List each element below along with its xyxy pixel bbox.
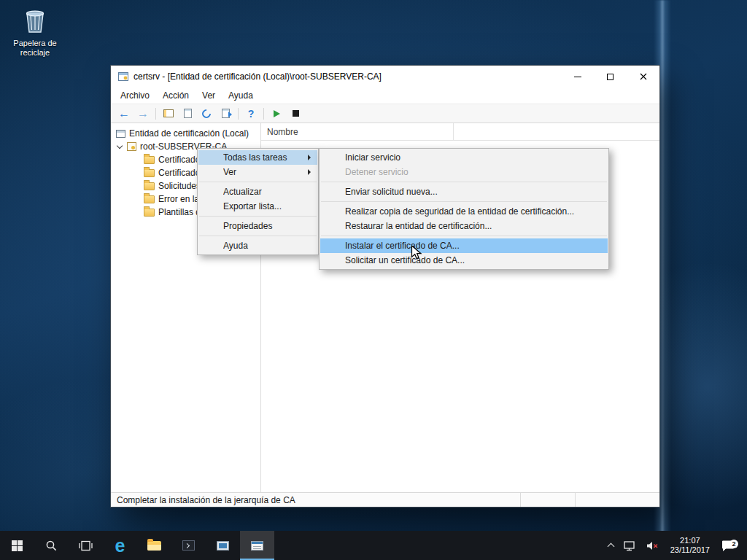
menu-item-exportar-lista[interactable]: Exportar lista... [198,199,317,214]
tree-child-label: Solicitudes [158,181,201,191]
submenu-arrow-icon [308,169,311,175]
menu-archivo[interactable]: Archivo [114,88,156,103]
start-service-icon[interactable] [268,106,285,122]
help-icon[interactable] [242,106,260,122]
toolbar [111,104,659,123]
stop-service-icon[interactable] [287,106,304,122]
windows-logo-icon [12,540,23,551]
menu-item-label: Actualizar [223,187,311,197]
file-explorer-button[interactable] [137,531,171,560]
menu-item-label: Ver [223,167,311,177]
close-button[interactable] [627,66,659,88]
hidden-icons-button[interactable] [603,531,619,560]
back-icon[interactable] [115,106,133,122]
submenu-item-enviar-solicitud[interactable]: Enviar solicitud nueva... [320,184,608,199]
status-cell [575,493,659,507]
menu-item-label: Solicitar un certificado de CA... [345,255,602,265]
context-menu: Todas las tareas Ver Actualizar Exportar… [197,148,319,255]
title-bar[interactable]: certsrv - [Entidad de certificación (Loc… [111,66,659,88]
folder-icon [144,182,155,190]
volume-button[interactable] [641,531,664,560]
server-manager-button[interactable] [206,531,240,560]
chevron-up-icon [607,543,614,551]
taskbar-clock[interactable]: 21:07 23/11/2017 [664,531,716,560]
certsrv-app-icon [118,72,128,81]
maximize-button[interactable] [594,66,627,88]
task-view-icon [79,540,93,551]
network-button[interactable] [619,531,641,560]
recycle-bin-label: Papelera de reciclaje [9,39,61,58]
tree-child-label: Certificado [158,168,200,178]
menu-item-label: Instalar el certificado de CA... [345,241,602,251]
folder-icon [144,195,155,203]
edge-icon [115,537,125,555]
submenu-item-restaurar[interactable]: Restaurar la entidad de certificación... [320,219,608,233]
menu-item-label: Propiedades [223,221,311,231]
system-tray: 21:07 23/11/2017 2 [603,531,747,560]
menu-ver[interactable]: Ver [196,88,222,103]
tree-item-root[interactable]: Entidad de certificación (Local) [111,127,260,140]
clock-time: 21:07 [670,536,710,545]
mouse-cursor [411,245,424,264]
window-title: certsrv - [Entidad de certificación (Loc… [133,71,382,82]
action-center-button[interactable]: 2 [716,531,741,560]
menu-item-ver[interactable]: Ver [198,165,317,179]
submenu-item-instalar-certificado[interactable]: Instalar el certificado de CA... [320,238,608,253]
menu-item-label: Realizar copia de seguridad de la entida… [345,206,602,217]
caption-buttons [561,66,659,88]
menu-ayuda[interactable]: Ayuda [222,88,260,103]
toolbar-separator [155,108,156,120]
menu-item-label: Enviar solicitud nueva... [345,187,602,197]
edge-button[interactable] [103,531,137,560]
taskbar: 21:07 23/11/2017 2 [0,531,747,560]
context-submenu: Iniciar servicio Detener servicio Enviar… [319,148,609,270]
tree-child-label: Certificado [158,155,200,165]
recycle-bin[interactable]: Papelera de reciclaje [9,7,61,58]
menu-separator [199,216,317,217]
folder-icon [144,156,155,164]
submenu-item-solicitar-certificado[interactable]: Solicitar un certificado de CA... [320,253,608,268]
document-icon[interactable] [179,106,196,122]
server-manager-icon [217,541,229,551]
minimize-icon [574,77,581,77]
menu-separator [199,236,317,236]
list-column-header-row: Nombre [261,123,659,141]
refresh-icon[interactable] [198,106,215,122]
status-text: Completar la instalación de la jerarquía… [117,495,520,505]
column-header-nombre[interactable]: Nombre [261,123,454,140]
clock-date: 23/11/2017 [670,545,710,555]
certsrv-taskbar-button[interactable] [240,531,274,560]
maximize-icon [607,74,614,80]
menu-separator [321,236,607,236]
show-console-tree-icon[interactable] [160,106,177,122]
notification-badge: 2 [729,540,738,548]
task-view-button[interactable] [69,531,103,560]
menu-item-propiedades[interactable]: Propiedades [198,219,317,233]
recycle-bin-icon [9,7,61,36]
submenu-item-realizar-copia[interactable]: Realizar copia de seguridad de la entida… [320,204,608,219]
tree-root-label: Entidad de certificación (Local) [129,128,249,139]
menu-item-label: Exportar lista... [223,201,311,211]
submenu-item-iniciar-servicio[interactable]: Iniciar servicio [320,150,608,165]
menu-item-actualizar[interactable]: Actualizar [198,184,317,199]
certsrv-window: certsrv - [Entidad de certificación (Loc… [111,66,659,507]
menu-item-ayuda[interactable]: Ayuda [198,238,317,253]
start-button[interactable] [0,531,34,560]
forward-icon[interactable] [134,106,152,122]
search-button[interactable] [34,531,69,560]
minimize-button[interactable] [561,66,594,88]
chevron-expanded-icon[interactable] [117,143,123,149]
toolbar-separator [263,108,264,120]
menu-separator [321,182,607,182]
terminal-button[interactable] [171,531,206,560]
console-root-icon [116,130,125,138]
menu-item-todas-las-tareas[interactable]: Todas las tareas [198,150,317,165]
menu-separator [321,201,607,202]
menu-accion[interactable]: Acción [156,88,196,103]
desktop: Papelera de reciclaje certsrv - [Entidad… [0,0,747,560]
export-list-icon[interactable] [217,106,234,122]
column-header-label: Nombre [267,127,298,137]
menu-item-label: Todas las tareas [223,152,311,163]
status-cell [520,493,575,507]
mmc-console-icon [251,541,263,551]
